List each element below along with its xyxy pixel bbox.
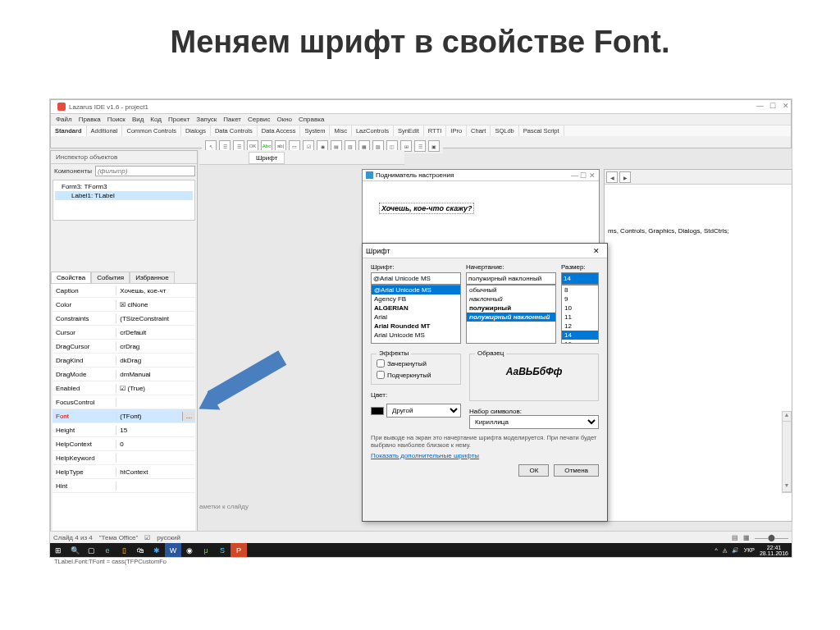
- store-icon[interactable]: 🛍: [132, 543, 148, 557]
- prop-row-helptype[interactable]: HelpTypehtContext: [52, 465, 195, 479]
- font-opt-5[interactable]: Arial Unicode MS: [372, 331, 460, 340]
- palette-chart[interactable]: Chart: [467, 126, 491, 136]
- palette-system[interactable]: System: [300, 126, 330, 136]
- oi-tab-fav[interactable]: Избранное: [130, 272, 175, 283]
- charset-select[interactable]: Кириллица: [469, 415, 599, 429]
- font-dialog-close[interactable]: ✕: [589, 247, 604, 255]
- palette-datacontrols[interactable]: Data Controls: [211, 126, 258, 136]
- font-opt-1[interactable]: Agency FB: [372, 294, 460, 304]
- underline-checkbox[interactable]: Подчеркнутый: [377, 371, 455, 379]
- palette-misc[interactable]: Misc: [330, 126, 351, 136]
- size-opt-12[interactable]: 12: [562, 322, 598, 331]
- search-icon[interactable]: 🔍: [66, 543, 83, 557]
- font-opt-2[interactable]: ALGERIAN: [372, 304, 460, 313]
- prop-row-focuscontrol[interactable]: FocusControl: [52, 395, 195, 409]
- style-opt-2[interactable]: полужирный: [467, 304, 555, 313]
- style-opt-3[interactable]: полужирный наклонный: [467, 313, 555, 322]
- tray-lang[interactable]: УКР: [744, 547, 755, 553]
- prop-row-caption[interactable]: CaptionХочешь, кое-чт: [52, 284, 195, 298]
- prop-row-color[interactable]: Color☒ clNone: [52, 298, 195, 312]
- menu-package[interactable]: Пакет: [223, 116, 241, 123]
- font-opt-0[interactable]: @Arial Unicode MS: [372, 285, 460, 294]
- zoom-slider[interactable]: ——⬤——: [755, 534, 788, 541]
- explorer-icon[interactable]: ▯: [116, 543, 132, 557]
- component-tree[interactable]: Form3: TForm3 Label1: TLabel: [52, 180, 195, 221]
- prop-row-dragcursor[interactable]: DragCursorcrDrag: [52, 340, 195, 354]
- code-tb-2[interactable]: ▶: [619, 171, 631, 183]
- font-opt-3[interactable]: Arial: [372, 313, 460, 322]
- prop-row-hint[interactable]: Hint: [52, 479, 195, 493]
- palette-additional[interactable]: Additional: [87, 126, 123, 136]
- menu-search[interactable]: Поиск: [107, 116, 126, 123]
- palette-pascalscript[interactable]: Pascal Script: [519, 126, 564, 136]
- skype-icon[interactable]: S: [214, 543, 231, 557]
- more-fonts-link[interactable]: Показать дополнительные шрифты: [371, 452, 599, 459]
- size-opt-14[interactable]: 14: [562, 331, 598, 340]
- prop-row-helpkeyword[interactable]: HelpKeyword: [52, 451, 195, 465]
- menu-project[interactable]: Проект: [168, 116, 189, 123]
- palette-rtti[interactable]: RTTI: [424, 126, 447, 136]
- menu-help[interactable]: Справка: [299, 116, 324, 123]
- palette-dataaccess[interactable]: Data Access: [258, 126, 301, 136]
- oi-filter-input[interactable]: [95, 166, 195, 176]
- palette-lazcontrols[interactable]: LazControls: [352, 126, 394, 136]
- tray-area[interactable]: ^ ◬ 🔊 УКР 22:41 28.11.2016: [714, 545, 792, 556]
- code-tb-1[interactable]: ◀: [606, 171, 618, 183]
- font-style-input[interactable]: [466, 272, 556, 285]
- oi-tab-props[interactable]: Свойства: [51, 272, 91, 283]
- language-indicator[interactable]: русский: [157, 534, 180, 541]
- cancel-button[interactable]: Отмена: [554, 464, 599, 477]
- property-grid[interactable]: CaptionХочешь, кое-чтColor☒ clNoneConstr…: [52, 284, 195, 538]
- palette-ipro[interactable]: IPro: [446, 126, 467, 136]
- scroll-up-icon[interactable]: ▲: [783, 412, 791, 422]
- size-opt-9[interactable]: 9: [562, 294, 598, 304]
- oi-tabs[interactable]: Свойства События Избранное: [51, 272, 197, 284]
- tree-label[interactable]: Label1: TLabel: [55, 191, 193, 200]
- start-button[interactable]: ⊞: [50, 543, 66, 557]
- size-opt-11[interactable]: 11: [562, 313, 598, 322]
- strikeout-input[interactable]: [377, 359, 385, 368]
- menu-edit[interactable]: Правка: [79, 116, 101, 123]
- editor-tabs[interactable]: Шрифт: [199, 150, 404, 165]
- ide-menu[interactable]: Файл Правка Поиск Вид Код Проект Запуск …: [51, 114, 791, 125]
- underline-input[interactable]: [377, 371, 385, 379]
- style-opt-0[interactable]: обычный: [467, 285, 555, 294]
- component-palette-tabs[interactable]: Standard Additional Common Controls Dial…: [51, 125, 791, 136]
- tray-expand-icon[interactable]: ^: [714, 547, 717, 553]
- tree-form[interactable]: Form3: TForm3: [55, 182, 193, 191]
- windows-taskbar[interactable]: ⊞ 🔍 ▢ e ▯ 🛍 ✱ W ◉ μ S P ^ ◬ 🔊 УКР 22:41 …: [50, 543, 792, 557]
- window-controls[interactable]: — ☐ ✕: [756, 102, 789, 110]
- tray-network-icon[interactable]: ◬: [723, 547, 727, 554]
- taskview-icon[interactable]: ▢: [83, 543, 99, 557]
- menu-view[interactable]: Вид: [132, 116, 144, 123]
- palette-synedit[interactable]: SynEdit: [394, 126, 424, 136]
- menu-run[interactable]: Запуск: [196, 116, 217, 123]
- font-name-input[interactable]: [371, 272, 461, 285]
- tb-comp-15[interactable]: ☰: [414, 140, 426, 152]
- style-opt-1[interactable]: наклонный: [467, 294, 555, 304]
- prop-row-dragkind[interactable]: DragKinddkDrag: [52, 354, 195, 368]
- menu-file[interactable]: Файл: [56, 116, 72, 123]
- prop-row-enabled[interactable]: Enabled☑ (True): [52, 381, 195, 395]
- spellcheck-icon[interactable]: ☑: [144, 534, 150, 541]
- code-toolbar[interactable]: ◀ ▶: [605, 170, 792, 185]
- utorrent-icon[interactable]: μ: [198, 543, 214, 557]
- prop-row-cursor[interactable]: CursorcrDefault: [52, 326, 195, 340]
- tray-clock[interactable]: 22:41 28.11.2016: [760, 545, 788, 556]
- size-opt-8[interactable]: 8: [562, 285, 598, 294]
- vertical-scrollbar[interactable]: ▲ ▼: [782, 411, 792, 493]
- size-opt-16[interactable]: 16: [562, 340, 598, 344]
- menu-window[interactable]: Окно: [276, 116, 292, 123]
- palette-dialogs[interactable]: Dialogs: [181, 126, 211, 136]
- prop-ellipsis-button[interactable]: …: [182, 412, 195, 421]
- menu-tools[interactable]: Сервис: [248, 116, 270, 123]
- font-name-list[interactable]: @Arial Unicode MS Agency FB ALGERIAN Ari…: [371, 285, 461, 344]
- font-size-input[interactable]: [561, 272, 599, 285]
- form-label[interactable]: Хочешь, кое-что скажу?: [379, 203, 474, 214]
- tray-volume-icon[interactable]: 🔊: [732, 547, 739, 554]
- word-icon[interactable]: W: [165, 543, 181, 557]
- tb-comp-16[interactable]: ▣: [428, 140, 440, 152]
- tab-shrift[interactable]: Шрифт: [249, 152, 285, 164]
- powerpoint-icon[interactable]: P: [231, 543, 247, 557]
- prop-row-height[interactable]: Height15: [52, 423, 195, 437]
